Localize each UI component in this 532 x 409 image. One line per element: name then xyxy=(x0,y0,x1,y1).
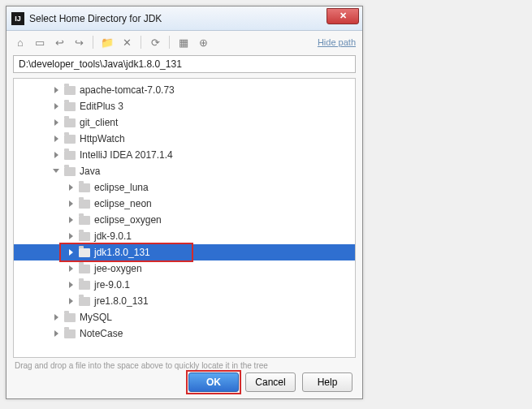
new-folder-icon[interactable]: 📁 xyxy=(100,35,115,50)
tree[interactable]: apache-tomcat-7.0.73EditPlus 3git_client… xyxy=(14,79,355,345)
folder-icon xyxy=(64,86,76,95)
folder-icon xyxy=(79,216,90,225)
dialog-window: IJ Select Home Directory for JDK ✕ ⌂ ▭ ↩… xyxy=(6,6,363,399)
separator xyxy=(141,36,141,49)
desktop-icon[interactable]: ▭ xyxy=(32,35,47,50)
tree-row-label: Java xyxy=(80,166,100,177)
folder-icon xyxy=(79,297,90,306)
tree-row-jdk1-8-0-131[interactable]: jdk1.8.0_131 xyxy=(14,244,355,260)
chevron-right-icon[interactable] xyxy=(53,118,61,127)
chevron-right-icon[interactable] xyxy=(67,216,76,224)
folder-icon xyxy=(64,135,76,144)
tree-row-intellij-idea-2017-1-4[interactable]: IntelliJ IDEA 2017.1.4 xyxy=(14,147,355,163)
tree-row-label: jre1.8.0_131 xyxy=(94,295,149,307)
tree-row-eclipse-neon[interactable]: eclipse_neon xyxy=(14,196,355,212)
chevron-right-icon[interactable] xyxy=(67,232,76,240)
cancel-button[interactable]: Cancel xyxy=(245,372,296,392)
chevron-right-icon[interactable] xyxy=(67,265,76,273)
titlebar: IJ Select Home Directory for JDK ✕ xyxy=(6,6,362,31)
show-hidden-icon[interactable]: ▦ xyxy=(176,35,191,50)
hide-path-link[interactable]: Hide path xyxy=(318,37,356,47)
tree-row-apache-tomcat-7-0-73[interactable]: apache-tomcat-7.0.73 xyxy=(14,82,355,98)
folder-icon xyxy=(64,167,76,176)
chevron-right-icon[interactable] xyxy=(67,281,76,289)
back-icon[interactable]: ↩ xyxy=(52,35,67,50)
chevron-right-icon[interactable] xyxy=(67,248,76,256)
chevron-right-icon[interactable] xyxy=(53,329,61,338)
tree-row-jdk-9-0-1[interactable]: jdk-9.0.1 xyxy=(14,228,355,244)
expand-icon[interactable]: ⊕ xyxy=(196,35,210,50)
tree-row-jee-oxygen[interactable]: jee-oxygen xyxy=(14,260,355,277)
tree-row-eclipse-oxygen[interactable]: eclipse_oxygen xyxy=(14,212,355,228)
tree-row-label: eclipse_luna xyxy=(94,182,149,193)
chevron-right-icon[interactable] xyxy=(53,135,61,143)
folder-icon xyxy=(64,313,76,322)
tree-row-notecase[interactable]: NoteCase xyxy=(14,325,355,342)
tree-row-label: jre-9.0.1 xyxy=(94,279,130,291)
home-icon[interactable]: ⌂ xyxy=(13,35,28,50)
tree-row-label: HttpWatch xyxy=(80,133,125,144)
refresh-icon[interactable]: ⟳ xyxy=(148,35,162,50)
folder-icon xyxy=(64,118,76,127)
tree-panel: apache-tomcat-7.0.73EditPlus 3git_client… xyxy=(13,78,356,358)
hint-text: Drag and drop a file into the space abov… xyxy=(15,361,354,370)
ok-button[interactable]: OK xyxy=(188,372,239,392)
tree-row-editplus-3[interactable]: EditPlus 3 xyxy=(14,98,355,114)
separator xyxy=(169,36,170,49)
delete-icon[interactable]: ✕ xyxy=(119,35,134,50)
tree-row-jre-9-0-1[interactable]: jre-9.0.1 xyxy=(14,277,355,293)
button-bar: OK Cancel Help xyxy=(188,372,353,392)
tree-row-httpwatch[interactable]: HttpWatch xyxy=(14,131,355,147)
folder-icon xyxy=(64,102,76,111)
folder-icon xyxy=(79,232,90,241)
separator xyxy=(93,36,93,49)
forward-icon[interactable]: ↪ xyxy=(71,35,86,50)
chevron-right-icon[interactable] xyxy=(53,102,61,110)
path-value: D:\developer_tools\Java\jdk1.8.0_131 xyxy=(19,58,182,70)
chevron-right-icon[interactable] xyxy=(53,313,61,321)
tree-row-label: NoteCase xyxy=(80,328,123,339)
tree-row-label: git_client xyxy=(80,117,118,128)
chevron-right-icon[interactable] xyxy=(67,200,76,208)
folder-icon xyxy=(64,329,76,338)
folder-icon xyxy=(79,265,90,273)
folder-icon xyxy=(79,183,90,192)
tree-row-label: MySQL xyxy=(80,312,112,323)
path-input[interactable]: D:\developer_tools\Java\jdk1.8.0_131 xyxy=(13,55,356,73)
app-icon: IJ xyxy=(11,12,24,25)
window-title: Select Home Directory for JDK xyxy=(29,13,327,24)
tree-row-jre1-8-0-131[interactable]: jre1.8.0_131 xyxy=(14,293,355,309)
tree-row-label: apache-tomcat-7.0.73 xyxy=(80,84,175,96)
chevron-right-icon[interactable] xyxy=(67,297,76,305)
folder-icon xyxy=(79,281,90,290)
chevron-right-icon[interactable] xyxy=(53,151,61,159)
tree-row-java[interactable]: Java xyxy=(14,163,355,179)
chevron-right-icon[interactable] xyxy=(53,86,61,94)
tree-row-label: jee-oxygen xyxy=(94,263,142,274)
tree-row-mysql[interactable]: MySQL xyxy=(14,309,355,325)
tree-row-label: eclipse_oxygen xyxy=(94,214,162,226)
tree-row-label: jdk-9.0.1 xyxy=(94,230,132,242)
chevron-down-icon[interactable] xyxy=(53,167,61,175)
help-button[interactable]: Help xyxy=(302,372,353,392)
tree-row-label: IntelliJ IDEA 2017.1.4 xyxy=(80,149,173,161)
close-button[interactable]: ✕ xyxy=(327,8,359,24)
folder-icon xyxy=(79,248,90,257)
chevron-right-icon[interactable] xyxy=(67,183,76,192)
tree-row-label: EditPlus 3 xyxy=(80,101,123,112)
toolbar: ⌂ ▭ ↩ ↪ 📁 ✕ ⟳ ▦ ⊕ Hide path xyxy=(6,31,362,54)
tree-row-git-client[interactable]: git_client xyxy=(14,114,355,131)
folder-icon xyxy=(79,200,90,209)
tree-row-label: eclipse_neon xyxy=(94,198,152,209)
tree-row-eclipse-luna[interactable]: eclipse_luna xyxy=(14,179,355,196)
folder-icon xyxy=(64,151,76,160)
tree-row-label: jdk1.8.0_131 xyxy=(94,247,150,258)
